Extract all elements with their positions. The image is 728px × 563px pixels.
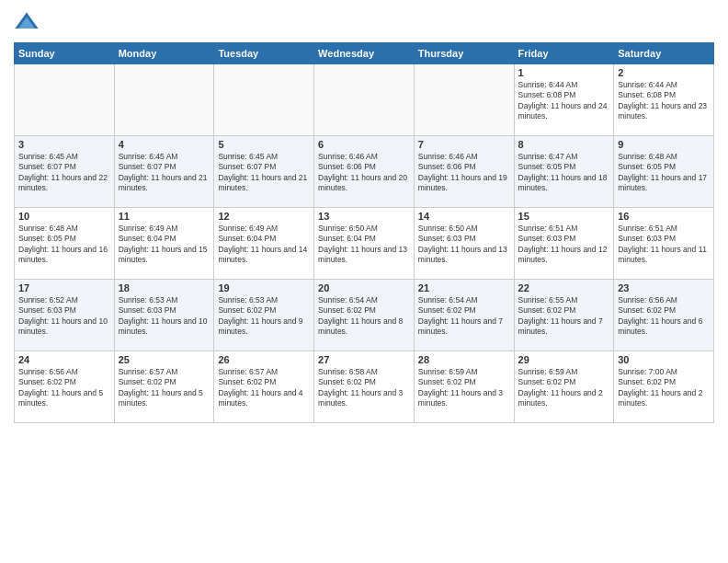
calendar-cell: 27Sunrise: 6:58 AM Sunset: 6:02 PM Dayli… xyxy=(314,351,415,423)
day-number: 27 xyxy=(318,354,410,365)
day-number: 13 xyxy=(318,211,410,222)
calendar-cell: 17Sunrise: 6:52 AM Sunset: 6:03 PM Dayli… xyxy=(15,280,115,351)
day-info: Sunrise: 6:56 AM Sunset: 6:02 PM Dayligh… xyxy=(18,367,110,409)
day-info: Sunrise: 6:54 AM Sunset: 6:02 PM Dayligh… xyxy=(318,295,410,338)
calendar-cell: 29Sunrise: 6:59 AM Sunset: 6:02 PM Dayli… xyxy=(514,351,614,423)
calendar-cell: 13Sunrise: 6:50 AM Sunset: 6:04 PM Dayli… xyxy=(314,208,415,280)
day-number: 2 xyxy=(618,67,710,78)
day-number: 3 xyxy=(18,139,110,150)
calendar-cell: 11Sunrise: 6:49 AM Sunset: 6:04 PM Dayli… xyxy=(114,208,214,280)
week-row-2: 3Sunrise: 6:45 AM Sunset: 6:07 PM Daylig… xyxy=(15,136,714,208)
day-info: Sunrise: 6:51 AM Sunset: 6:03 PM Dayligh… xyxy=(618,224,710,266)
calendar-cell: 4Sunrise: 6:45 AM Sunset: 6:07 PM Daylig… xyxy=(114,136,214,208)
calendar-cell: 14Sunrise: 6:50 AM Sunset: 6:03 PM Dayli… xyxy=(414,208,514,280)
day-number: 10 xyxy=(18,211,110,222)
day-info: Sunrise: 7:00 AM Sunset: 6:02 PM Dayligh… xyxy=(618,367,710,409)
day-info: Sunrise: 6:56 AM Sunset: 6:02 PM Dayligh… xyxy=(618,295,710,338)
day-number: 16 xyxy=(618,211,710,222)
calendar-cell xyxy=(414,64,514,136)
calendar-cell: 15Sunrise: 6:51 AM Sunset: 6:03 PM Dayli… xyxy=(514,208,614,280)
header xyxy=(14,9,714,35)
calendar-cell: 3Sunrise: 6:45 AM Sunset: 6:07 PM Daylig… xyxy=(15,136,115,208)
header-row: SundayMondayTuesdayWednesdayThursdayFrid… xyxy=(15,43,714,64)
day-info: Sunrise: 6:45 AM Sunset: 6:07 PM Dayligh… xyxy=(218,152,310,194)
calendar-cell xyxy=(114,64,214,136)
logo xyxy=(14,9,43,35)
day-number: 8 xyxy=(518,139,610,150)
day-number: 18 xyxy=(119,282,210,293)
day-number: 11 xyxy=(119,211,210,222)
day-info: Sunrise: 6:49 AM Sunset: 6:04 PM Dayligh… xyxy=(119,224,210,266)
day-info: Sunrise: 6:50 AM Sunset: 6:04 PM Dayligh… xyxy=(318,224,410,266)
day-number: 20 xyxy=(318,282,410,293)
calendar-cell: 26Sunrise: 6:57 AM Sunset: 6:02 PM Dayli… xyxy=(214,351,314,423)
day-number: 26 xyxy=(218,354,310,365)
day-info: Sunrise: 6:47 AM Sunset: 6:05 PM Dayligh… xyxy=(518,152,610,194)
page: SundayMondayTuesdayWednesdayThursdayFrid… xyxy=(0,0,728,563)
calendar-cell: 5Sunrise: 6:45 AM Sunset: 6:07 PM Daylig… xyxy=(214,136,314,208)
day-info: Sunrise: 6:52 AM Sunset: 6:03 PM Dayligh… xyxy=(18,295,110,338)
day-number: 17 xyxy=(18,282,110,293)
day-info: Sunrise: 6:49 AM Sunset: 6:04 PM Dayligh… xyxy=(218,224,310,266)
day-info: Sunrise: 6:44 AM Sunset: 6:08 PM Dayligh… xyxy=(618,80,710,122)
day-info: Sunrise: 6:50 AM Sunset: 6:03 PM Dayligh… xyxy=(418,224,510,266)
calendar-cell: 10Sunrise: 6:48 AM Sunset: 6:05 PM Dayli… xyxy=(15,208,115,280)
day-number: 30 xyxy=(618,354,710,365)
calendar-cell: 1Sunrise: 6:44 AM Sunset: 6:08 PM Daylig… xyxy=(514,64,614,136)
calendar-cell: 2Sunrise: 6:44 AM Sunset: 6:08 PM Daylig… xyxy=(614,64,714,136)
day-info: Sunrise: 6:46 AM Sunset: 6:06 PM Dayligh… xyxy=(418,152,510,194)
day-info: Sunrise: 6:54 AM Sunset: 6:02 PM Dayligh… xyxy=(418,295,510,338)
calendar-cell: 18Sunrise: 6:53 AM Sunset: 6:03 PM Dayli… xyxy=(114,280,214,351)
day-number: 14 xyxy=(418,211,510,222)
day-info: Sunrise: 6:45 AM Sunset: 6:07 PM Dayligh… xyxy=(18,152,110,194)
column-header-friday: Friday xyxy=(514,43,614,64)
column-header-tuesday: Tuesday xyxy=(214,43,314,64)
day-number: 29 xyxy=(518,354,610,365)
day-info: Sunrise: 6:57 AM Sunset: 6:02 PM Dayligh… xyxy=(119,367,210,409)
day-info: Sunrise: 6:53 AM Sunset: 6:03 PM Dayligh… xyxy=(119,295,210,338)
day-info: Sunrise: 6:48 AM Sunset: 6:05 PM Dayligh… xyxy=(18,224,110,266)
calendar-cell: 12Sunrise: 6:49 AM Sunset: 6:04 PM Dayli… xyxy=(214,208,314,280)
day-number: 25 xyxy=(119,354,210,365)
calendar-cell: 28Sunrise: 6:59 AM Sunset: 6:02 PM Dayli… xyxy=(414,351,514,423)
day-info: Sunrise: 6:58 AM Sunset: 6:02 PM Dayligh… xyxy=(318,367,410,409)
day-number: 5 xyxy=(218,139,310,150)
calendar-cell xyxy=(15,64,115,136)
calendar-cell: 8Sunrise: 6:47 AM Sunset: 6:05 PM Daylig… xyxy=(514,136,614,208)
day-info: Sunrise: 6:59 AM Sunset: 6:02 PM Dayligh… xyxy=(518,367,610,409)
day-number: 6 xyxy=(318,139,410,150)
day-number: 24 xyxy=(18,354,110,365)
day-number: 21 xyxy=(418,282,510,293)
calendar-cell: 7Sunrise: 6:46 AM Sunset: 6:06 PM Daylig… xyxy=(414,136,514,208)
day-number: 9 xyxy=(618,139,710,150)
calendar-table: SundayMondayTuesdayWednesdayThursdayFrid… xyxy=(14,42,714,423)
day-number: 23 xyxy=(618,282,710,293)
day-info: Sunrise: 6:46 AM Sunset: 6:06 PM Dayligh… xyxy=(318,152,410,194)
week-row-3: 10Sunrise: 6:48 AM Sunset: 6:05 PM Dayli… xyxy=(15,208,714,280)
column-header-thursday: Thursday xyxy=(414,43,514,64)
calendar-cell xyxy=(314,64,415,136)
calendar-cell: 25Sunrise: 6:57 AM Sunset: 6:02 PM Dayli… xyxy=(114,351,214,423)
week-row-4: 17Sunrise: 6:52 AM Sunset: 6:03 PM Dayli… xyxy=(15,280,714,351)
column-header-wednesday: Wednesday xyxy=(314,43,415,64)
week-row-5: 24Sunrise: 6:56 AM Sunset: 6:02 PM Dayli… xyxy=(15,351,714,423)
column-header-saturday: Saturday xyxy=(614,43,714,64)
logo-icon xyxy=(14,9,40,35)
day-number: 7 xyxy=(418,139,510,150)
calendar-cell: 21Sunrise: 6:54 AM Sunset: 6:02 PM Dayli… xyxy=(414,280,514,351)
day-number: 12 xyxy=(218,211,310,222)
day-info: Sunrise: 6:45 AM Sunset: 6:07 PM Dayligh… xyxy=(119,152,210,194)
calendar-cell xyxy=(214,64,314,136)
day-info: Sunrise: 6:51 AM Sunset: 6:03 PM Dayligh… xyxy=(518,224,610,266)
day-info: Sunrise: 6:53 AM Sunset: 6:02 PM Dayligh… xyxy=(218,295,310,338)
calendar-cell: 16Sunrise: 6:51 AM Sunset: 6:03 PM Dayli… xyxy=(614,208,714,280)
calendar-cell: 19Sunrise: 6:53 AM Sunset: 6:02 PM Dayli… xyxy=(214,280,314,351)
calendar-cell: 22Sunrise: 6:55 AM Sunset: 6:02 PM Dayli… xyxy=(514,280,614,351)
day-number: 28 xyxy=(418,354,510,365)
calendar-cell: 9Sunrise: 6:48 AM Sunset: 6:05 PM Daylig… xyxy=(614,136,714,208)
day-number: 1 xyxy=(518,67,610,78)
week-row-1: 1Sunrise: 6:44 AM Sunset: 6:08 PM Daylig… xyxy=(15,64,714,136)
day-info: Sunrise: 6:48 AM Sunset: 6:05 PM Dayligh… xyxy=(618,152,710,194)
day-number: 15 xyxy=(518,211,610,222)
day-number: 22 xyxy=(518,282,610,293)
